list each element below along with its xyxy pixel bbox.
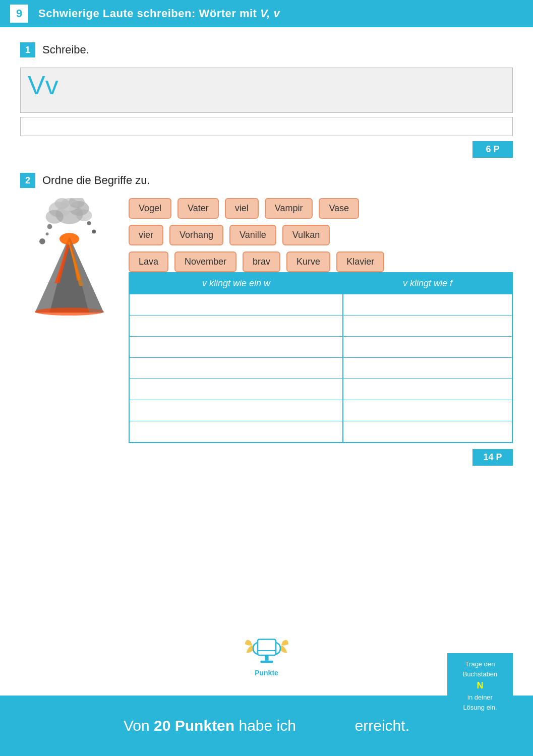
chip-vampir[interactable]: Vampir — [265, 198, 313, 219]
punkte-label: Punkte — [249, 668, 284, 678]
svg-rect-21 — [260, 661, 273, 663]
svg-point-4 — [54, 198, 69, 209]
words-and-table: Vogel Vater viel Vampir Vase vier Vorhan… — [129, 198, 513, 443]
section-2-points: 14 P — [20, 449, 513, 466]
col2-header: v klingt wie f — [343, 273, 512, 294]
table-row — [129, 337, 512, 358]
table-row — [129, 316, 512, 337]
section-1: 1 Schreibe. Vv 6 P — [20, 42, 513, 158]
trage-letter-n: N — [477, 680, 484, 690]
chip-viel[interactable]: viel — [225, 198, 259, 219]
chip-november[interactable]: November — [174, 251, 236, 272]
trophy-icon — [244, 631, 289, 671]
chip-vier[interactable]: vier — [129, 225, 163, 245]
volcano-illustration — [20, 198, 119, 321]
sort-table-wrapper: v klingt wie ein w v klingt wie f — [129, 272, 513, 443]
chip-vogel[interactable]: Vogel — [129, 198, 171, 219]
page-number: 9 — [10, 5, 28, 23]
section-2: 2 Ordne die Begriffe zu. — [20, 173, 513, 466]
section-2-header: 2 Ordne die Begriffe zu. — [20, 173, 513, 188]
svg-point-10 — [46, 232, 49, 235]
trage-note-content: Trage den Buchstaben N in deiner Lösung … — [447, 653, 513, 718]
svg-point-11 — [92, 229, 96, 233]
chip-vulkan[interactable]: Vulkan — [282, 225, 330, 245]
trage-note: Trage den Buchstaben N in deiner Lösung … — [447, 653, 513, 718]
word-chips-container: Vogel Vater viel Vampir Vase vier Vorhan… — [129, 198, 513, 272]
chip-klavier[interactable]: Klavier — [336, 251, 384, 272]
table-row — [129, 294, 512, 316]
chip-vorhang[interactable]: Vorhang — [169, 225, 223, 245]
page-header: 9 Schwierige Laute schreiben: Wörter mit… — [0, 0, 533, 27]
chip-vanille[interactable]: Vanille — [229, 225, 276, 245]
word-row-1: Vogel Vater viel Vampir Vase — [129, 198, 513, 219]
svg-point-9 — [87, 221, 91, 225]
section-2-number: 2 — [20, 173, 35, 188]
section-2-content: Vogel Vater viel Vampir Vase vier Vorhan… — [20, 198, 513, 443]
trage-line3: in deiner — [467, 694, 493, 701]
svg-point-8 — [47, 224, 52, 229]
sort-table: v klingt wie ein w v klingt wie f — [129, 272, 513, 443]
section-2-instruction: Ordne die Begriffe zu. — [42, 174, 150, 187]
section-1-number: 1 — [20, 42, 35, 57]
main-content: 1 Schreibe. Vv 6 P 2 Ordne die Begriffe … — [0, 27, 533, 466]
writing-box-main[interactable]: Vv — [20, 68, 513, 113]
svg-point-7 — [76, 210, 92, 221]
page-title: Schwierige Laute schreiben: Wörter mit V… — [38, 7, 280, 20]
table-row — [129, 379, 512, 400]
svg-point-12 — [39, 238, 45, 244]
footer-text: Von 20 Punkten habe ich erreicht. — [124, 717, 409, 734]
trophy-area: Punkte — [244, 631, 289, 678]
writing-box-secondary[interactable] — [20, 117, 513, 136]
points-14p: 14 P — [472, 449, 513, 466]
footer-prefix: Von — [124, 717, 154, 734]
word-row-3: Lava November brav Kurve Klavier — [129, 251, 513, 272]
table-row — [129, 358, 512, 379]
word-row-2: vier Vorhang Vanille Vulkan — [129, 225, 513, 245]
chip-kurve[interactable]: Kurve — [286, 251, 330, 272]
chip-vater[interactable]: Vater — [177, 198, 219, 219]
footer-end: erreicht. — [355, 717, 409, 734]
trage-line2: Buchstaben — [463, 670, 498, 678]
points-6p: 6 P — [472, 141, 513, 158]
section-1-points: 6 P — [20, 141, 513, 158]
section-1-instruction: Schreibe. — [42, 43, 89, 56]
footer-suffix: habe ich — [234, 717, 296, 734]
svg-rect-18 — [258, 640, 276, 656]
chip-vase[interactable]: Vase — [319, 198, 359, 219]
section-1-header: 1 Schreibe. — [20, 42, 513, 57]
chip-lava[interactable]: Lava — [129, 251, 168, 272]
trage-line4: Lösung ein. — [463, 704, 497, 711]
svg-rect-20 — [265, 655, 268, 661]
col1-header: v klingt wie ein w — [129, 273, 343, 294]
svg-point-6 — [46, 210, 64, 223]
trage-line1: Trage den — [465, 660, 495, 668]
chip-brav[interactable]: brav — [243, 251, 280, 272]
vv-letters: Vv — [28, 72, 58, 98]
footer-bold: 20 Punkten — [154, 717, 234, 734]
table-row — [129, 400, 512, 421]
table-row — [129, 421, 512, 443]
